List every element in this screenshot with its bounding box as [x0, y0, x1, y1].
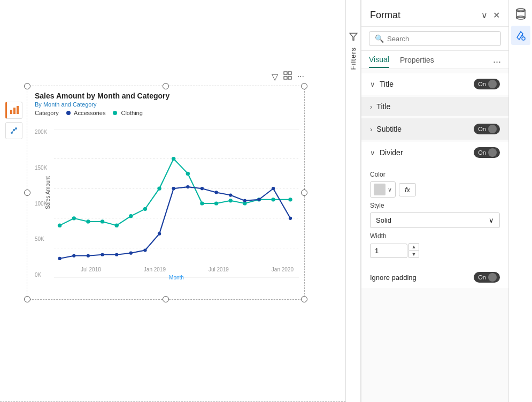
divider-header[interactable]: ∨ Divider On — [361, 142, 508, 163]
format-body: ∨ Title On › Title › Subtitle — [361, 69, 508, 402]
color-row: ∨ fx — [370, 181, 500, 198]
section-subtitle-label: Subtitle — [376, 125, 402, 133]
section-title-expand-label: Title — [376, 102, 390, 111]
search-bar: 🔍 — [361, 27, 508, 51]
svg-point-26 — [172, 157, 175, 161]
paint-icon-btn[interactable] — [511, 26, 530, 45]
y-val-50k: 50K — [35, 236, 47, 242]
svg-point-48 — [243, 199, 246, 202]
x-val-jan2019: Jan 2019 — [144, 267, 166, 272]
svg-point-41 — [143, 248, 147, 252]
svg-line-7 — [14, 129, 15, 130]
color-swatch-button[interactable]: ∨ — [370, 181, 396, 198]
tabs-row: Visual Properties ... — [361, 51, 508, 69]
width-decrement-btn[interactable]: ▼ — [408, 251, 419, 258]
color-swatch — [374, 184, 385, 195]
width-increment-btn[interactable]: ▲ — [408, 243, 419, 251]
x-val-jan2020: Jan 2020 — [272, 267, 294, 272]
panel-content: Format ∨ ✕ 🔍 Visual Properties ... ∨ — [361, 0, 508, 402]
chart-svg-area: Jul 2018 Jan 2019 Jul 2019 Jan 2020 Mont… — [54, 129, 299, 278]
svg-point-51 — [289, 217, 292, 220]
svg-point-44 — [186, 185, 189, 188]
svg-point-39 — [115, 253, 118, 256]
panel-header: Format ∨ ✕ — [361, 0, 508, 27]
tab-visual[interactable]: Visual — [369, 55, 389, 68]
svg-rect-8 — [284, 72, 287, 74]
svg-point-29 — [214, 201, 218, 205]
subtitle-toggle[interactable]: On — [474, 124, 500, 134]
svg-point-37 — [87, 254, 90, 257]
title-toggle[interactable]: On — [474, 79, 500, 89]
color-field-label: Color — [370, 171, 500, 178]
svg-point-46 — [214, 191, 218, 194]
chart-container: ▽ ··· Sales Amount by Month and Category… — [27, 86, 305, 300]
search-input-wrap[interactable]: 🔍 — [369, 31, 501, 46]
chart-title: Sales Amount by Month and Category — [35, 92, 297, 100]
svg-rect-9 — [288, 72, 291, 74]
svg-point-40 — [129, 252, 133, 255]
style-chevron-icon: ∨ — [489, 216, 494, 224]
filter-icon[interactable]: ▽ — [272, 72, 278, 82]
accessories-dot — [66, 111, 71, 115]
section-subtitle-label-wrap: › Subtitle — [370, 125, 402, 133]
tab-more-options[interactable]: ... — [493, 54, 501, 69]
chart-legend: Category Accessories Clothing — [35, 110, 297, 116]
focus-mode-icon[interactable] — [283, 71, 292, 82]
analytics-icon-btn[interactable] — [5, 122, 22, 139]
close-icon[interactable]: ✕ — [493, 10, 500, 20]
width-spinner: ▲ ▼ — [408, 243, 419, 258]
divider-content: Color ∨ fx Style Solid ∨ — [361, 163, 508, 264]
svg-point-27 — [186, 172, 190, 176]
section-title-expand-label-wrap: › Title — [370, 102, 390, 111]
svg-point-49 — [257, 198, 260, 201]
svg-point-45 — [201, 187, 204, 190]
bar-chart-icon-btn[interactable] — [5, 102, 22, 119]
left-icon-buttons — [5, 102, 22, 139]
ignore-padding-row: Ignore padding On — [361, 267, 508, 288]
filter-strip-icon — [349, 32, 358, 43]
x-axis-label: Month — [169, 275, 184, 280]
y-val-150k: 150K — [35, 165, 47, 171]
tab-properties[interactable]: Properties — [400, 56, 434, 67]
chevron-subtitle-right: › — [370, 125, 372, 133]
filter-strip[interactable]: Filters — [346, 0, 361, 402]
fx-button[interactable]: fx — [399, 183, 416, 196]
x-val-jul2019: Jul 2019 — [209, 267, 229, 272]
svg-point-50 — [272, 187, 275, 190]
section-title-toggle[interactable]: ∨ Title On — [361, 73, 508, 95]
chart-inner: Sales Amount by Month and Category By Mo… — [27, 86, 304, 299]
section-title-label: Title — [380, 80, 394, 88]
width-input[interactable] — [370, 244, 407, 258]
ignore-padding-toggle[interactable]: On — [474, 272, 500, 283]
minimize-icon[interactable]: ∨ — [481, 10, 488, 20]
subtitle-toggle-circle — [488, 125, 497, 133]
section-title-label-wrap: ∨ Title — [370, 80, 394, 88]
panel-title: Format — [370, 10, 400, 21]
clothing-dot — [113, 111, 117, 115]
section-title-expand[interactable]: › Title — [361, 97, 508, 116]
search-icon: 🔍 — [375, 34, 384, 43]
title-toggle-label: On — [478, 81, 486, 87]
more-options-icon[interactable]: ··· — [297, 72, 304, 81]
filter-strip-label[interactable]: Filters — [349, 47, 357, 70]
chart-toolbar: ▽ ··· — [272, 71, 304, 82]
style-dropdown[interactable]: Solid ∨ — [370, 213, 500, 228]
title-toggle-circle — [488, 80, 497, 88]
width-input-row: ▲ ▼ — [370, 243, 500, 258]
svg-point-36 — [72, 254, 75, 257]
chevron-divider-down: ∨ — [370, 149, 375, 157]
right-tab-icons — [508, 0, 532, 402]
svg-point-28 — [200, 201, 204, 205]
divider-toggle-circle — [488, 148, 497, 157]
svg-rect-0 — [10, 110, 12, 114]
svg-point-30 — [228, 199, 232, 202]
chevron-title-right: › — [370, 103, 372, 111]
section-subtitle[interactable]: › Subtitle On — [361, 118, 508, 140]
divider-toggle[interactable]: On — [474, 147, 500, 158]
svg-line-6 — [12, 131, 13, 132]
svg-point-21 — [101, 219, 104, 223]
cylinder-icon-btn[interactable] — [511, 4, 530, 24]
ignore-padding-toggle-label: On — [478, 274, 486, 280]
search-input[interactable] — [387, 35, 495, 43]
svg-rect-11 — [288, 77, 291, 79]
